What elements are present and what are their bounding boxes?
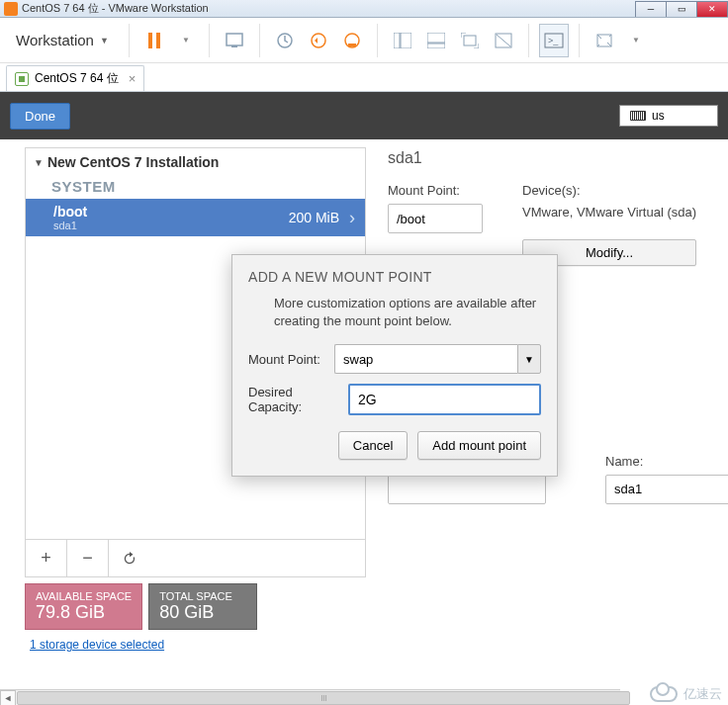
total-space-box: TOTAL SPACE 80 GiB: [148, 583, 257, 630]
svg-rect-8: [394, 33, 400, 48]
reload-button[interactable]: [109, 540, 150, 576]
done-button[interactable]: Done: [10, 103, 70, 130]
close-tab-icon[interactable]: ×: [129, 71, 136, 86]
dialog-mountpoint-dropdown-button[interactable]: ▼: [517, 344, 541, 374]
svg-rect-10: [427, 33, 445, 43]
svg-text:>_: >_: [548, 36, 559, 45]
dialog-confirm-button[interactable]: Add mount point: [417, 431, 541, 460]
name-field-label: Name:: [605, 454, 728, 469]
snapshot-manager-button[interactable]: [337, 24, 367, 57]
dialog-cancel-button[interactable]: Cancel: [338, 431, 408, 460]
close-button[interactable]: ✕: [696, 1, 728, 17]
mount-point-label: Mount Point:: [388, 183, 483, 198]
console-view-button[interactable]: >_: [539, 24, 569, 57]
mountpoint-path: /boot: [53, 204, 289, 220]
available-space-label: AVAILABLE SPACE: [36, 590, 132, 602]
workstation-menu-label: Workstation: [16, 32, 94, 48]
keyboard-layout-label: us: [652, 109, 665, 123]
revert-snapshot-button[interactable]: [304, 24, 333, 57]
devices-label: Device(s):: [522, 183, 696, 198]
total-space-label: TOTAL SPACE: [159, 590, 246, 602]
devices-value: VMware, VMware Virtual (sda): [522, 204, 696, 221]
svg-rect-12: [464, 36, 476, 45]
horizontal-scrollbar[interactable]: ◄: [0, 689, 620, 705]
add-mountpoint-button[interactable]: +: [26, 540, 67, 576]
pause-vm-button[interactable]: [139, 24, 169, 57]
space-summary: AVAILABLE SPACE 79.8 GiB TOTAL SPACE 80 …: [25, 583, 366, 630]
add-mountpoint-dialog: ADD A NEW MOUNT POINT More customization…: [231, 254, 558, 477]
show-library-button[interactable]: [388, 24, 417, 57]
svg-rect-9: [401, 33, 411, 48]
minimize-button[interactable]: ─: [635, 1, 667, 17]
svg-rect-2: [227, 34, 242, 45]
tree-header[interactable]: ▼ New CentOS 7 Installation: [26, 148, 365, 176]
dialog-capacity-label: Desired Capacity:: [248, 385, 338, 414]
maximize-button[interactable]: ▭: [666, 1, 697, 17]
mountpoint-size: 200 MiB: [289, 210, 339, 225]
window-controls: ─ ▭ ✕: [636, 1, 728, 17]
remove-mountpoint-button[interactable]: −: [67, 540, 109, 576]
svg-rect-7: [348, 44, 356, 46]
svg-line-14: [497, 35, 510, 46]
partition-title: sda1: [388, 149, 728, 167]
svg-rect-1: [156, 33, 160, 48]
keyboard-layout-indicator[interactable]: us: [619, 105, 718, 127]
guest-tab-strip: CentOS 7 64 位 ×: [0, 63, 728, 91]
separator: [377, 24, 378, 57]
label-input[interactable]: [388, 475, 546, 504]
anaconda-topbar: Done us: [0, 92, 728, 139]
scroll-track[interactable]: [16, 690, 620, 706]
guest-power-icon: [15, 72, 29, 86]
send-ctrl-alt-del-button[interactable]: [220, 24, 249, 57]
fullscreen-button[interactable]: [455, 24, 485, 57]
cloud-icon: [650, 686, 678, 702]
mountpoint-device: sda1: [53, 220, 289, 231]
mountpoint-row-boot[interactable]: /boot sda1 200 MiB ›: [26, 199, 365, 236]
stretch-dropdown[interactable]: ▼: [619, 24, 649, 57]
unity-button[interactable]: [489, 24, 518, 57]
snapshot-button[interactable]: [270, 24, 300, 57]
dialog-capacity-input[interactable]: [348, 384, 541, 415]
tree-header-label: New CentOS 7 Installation: [47, 154, 219, 170]
vmware-app-icon: [4, 2, 18, 16]
separator: [528, 24, 529, 57]
dropdown-triangle-icon: ▼: [100, 36, 109, 45]
expand-triangle-icon: ▼: [34, 157, 44, 168]
chevron-right-icon: ›: [349, 208, 355, 228]
separator: [259, 24, 260, 57]
dialog-mountpoint-input[interactable]: [334, 344, 517, 374]
storage-devices-link[interactable]: 1 storage device selected: [30, 638, 366, 652]
svg-rect-0: [148, 33, 152, 48]
guest-tab-label: CentOS 7 64 位: [35, 70, 119, 87]
watermark-text: 亿速云: [683, 685, 722, 703]
guest-viewport: Done us ▼ New CentOS 7 Installation SYST…: [0, 91, 728, 705]
keyboard-icon: [630, 111, 646, 121]
separator: [209, 24, 210, 57]
tree-footer: + −: [26, 539, 365, 576]
guest-tab[interactable]: CentOS 7 64 位 ×: [6, 65, 144, 91]
thumbnail-bar-button[interactable]: [421, 24, 451, 57]
total-space-value: 80 GiB: [159, 602, 246, 623]
scroll-left-button[interactable]: ◄: [0, 690, 16, 706]
scroll-thumb[interactable]: [17, 691, 630, 705]
dialog-title: ADD A NEW MOUNT POINT: [248, 269, 541, 285]
watermark: 亿速云: [650, 685, 722, 703]
power-dropdown[interactable]: ▼: [169, 24, 199, 57]
workstation-menu[interactable]: Workstation ▼: [6, 26, 119, 54]
vmware-window-title: CentOS 7 64 位 - VMware Workstation: [22, 1, 636, 16]
available-space-box: AVAILABLE SPACE 79.8 GiB: [25, 583, 142, 630]
svg-rect-3: [231, 45, 237, 47]
vmware-toolbar: Workstation ▼ ▼ >_ ▼: [0, 18, 728, 63]
name-input[interactable]: [605, 475, 728, 504]
svg-rect-11: [427, 44, 445, 48]
separator: [579, 24, 580, 57]
dialog-mountpoint-combo[interactable]: ▼: [334, 344, 541, 374]
dialog-info-text: More customization options are available…: [274, 295, 541, 330]
stretch-guest-button[interactable]: [590, 24, 619, 57]
vmware-titlebar: CentOS 7 64 位 - VMware Workstation ─ ▭ ✕: [0, 0, 728, 18]
mount-point-input[interactable]: [388, 204, 483, 233]
dialog-mountpoint-label: Mount Point:: [248, 352, 324, 367]
svg-point-5: [312, 34, 325, 47]
separator: [129, 24, 130, 57]
system-section-label: SYSTEM: [26, 176, 365, 199]
